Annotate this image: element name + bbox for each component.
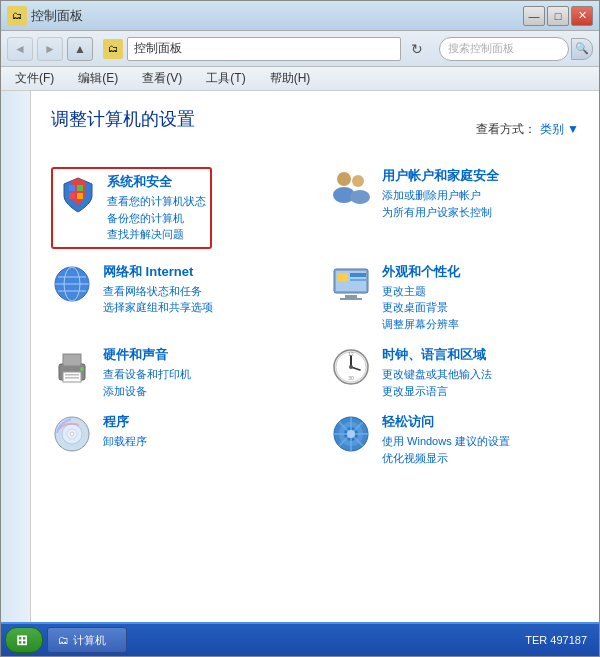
menu-tools[interactable]: 工具(T) xyxy=(202,68,249,89)
search-placeholder-text: 搜索控制面板 xyxy=(448,41,514,56)
svg-point-25 xyxy=(80,367,84,371)
accessibility-title[interactable]: 轻松访问 xyxy=(382,413,579,431)
window-title: 控制面板 xyxy=(31,7,83,25)
maximize-button[interactable]: □ xyxy=(547,6,569,26)
menu-view[interactable]: 查看(V) xyxy=(138,68,186,89)
programs-title[interactable]: 程序 xyxy=(103,413,300,431)
system-security-icon xyxy=(57,173,99,215)
control-panel-window: 🗂 控制面板 — □ ✕ ◄ ► ▲ 🗂 控制面板 ↻ 搜索控制面板 🔍 文件(… xyxy=(0,0,600,657)
accessibility-link-1[interactable]: 优化视频显示 xyxy=(382,450,579,467)
accessibility-icon xyxy=(330,413,372,455)
appearance-link-2[interactable]: 调整屏幕分辨率 xyxy=(382,316,579,333)
user-accounts-title[interactable]: 用户帐户和家庭安全 xyxy=(382,167,579,185)
start-button[interactable]: ⊞ xyxy=(5,627,43,653)
left-panel xyxy=(1,91,31,622)
svg-rect-15 xyxy=(338,273,348,281)
svg-rect-18 xyxy=(345,295,357,298)
network-link-1[interactable]: 选择家庭组和共享选项 xyxy=(103,299,300,316)
accessibility-link-0[interactable]: 使用 Windows 建议的设置 xyxy=(382,433,579,450)
svg-text:12: 12 xyxy=(348,351,354,357)
title-bar: 🗂 控制面板 — □ ✕ xyxy=(1,1,599,31)
hardware-icon xyxy=(51,346,93,388)
view-mode-value[interactable]: 类别 ▼ xyxy=(540,122,579,136)
network-icon xyxy=(51,263,93,305)
svg-rect-21 xyxy=(63,354,81,366)
up-button[interactable]: ▲ xyxy=(67,37,93,61)
appearance-title[interactable]: 外观和个性化 xyxy=(382,263,579,281)
minimize-button[interactable]: — xyxy=(523,6,545,26)
back-button[interactable]: ◄ xyxy=(7,37,33,61)
svg-rect-24 xyxy=(65,377,79,379)
clock-link-0[interactable]: 更改键盘或其他输入法 xyxy=(382,366,579,383)
clock-icon: 30 12 xyxy=(330,346,372,388)
system-security-link-0[interactable]: 查看您的计算机状态 xyxy=(107,193,206,210)
category-appearance: 外观和个性化 更改主题 更改桌面背景 调整屏幕分辨率 xyxy=(330,263,579,333)
user-accounts-text: 用户帐户和家庭安全 添加或删除用户帐户 为所有用户设家长控制 xyxy=(382,167,579,220)
hardware-title[interactable]: 硬件和声音 xyxy=(103,346,300,364)
windows-logo: ⊞ xyxy=(16,632,28,648)
taskbar-folder-icon: 🗂 xyxy=(58,634,69,646)
category-system-security: 系统和安全 查看您的计算机状态 备份您的计算机 查找并解决问题 xyxy=(51,167,300,249)
window-controls: — □ ✕ xyxy=(523,6,593,26)
category-network: 网络和 Internet 查看网络状态和任务 选择家庭组和共享选项 xyxy=(51,263,300,333)
svg-rect-16 xyxy=(350,273,366,277)
clock-text: 时钟、语言和区域 更改键盘或其他输入法 更改显示语言 xyxy=(382,346,579,399)
svg-rect-2 xyxy=(69,193,75,199)
network-title[interactable]: 网络和 Internet xyxy=(103,263,300,281)
hardware-link-0[interactable]: 查看设备和打印机 xyxy=(103,366,300,383)
appearance-text: 外观和个性化 更改主题 更改桌面背景 调整屏幕分辨率 xyxy=(382,263,579,333)
svg-point-7 xyxy=(350,190,370,204)
category-hardware: 硬件和声音 查看设备和打印机 添加设备 xyxy=(51,346,300,399)
system-security-link-2[interactable]: 查找并解决问题 xyxy=(107,226,206,243)
svg-text:30: 30 xyxy=(348,375,354,381)
svg-point-6 xyxy=(352,175,364,187)
close-button[interactable]: ✕ xyxy=(571,6,593,26)
refresh-button[interactable]: ↻ xyxy=(405,37,429,61)
clock-time: TER 497187 xyxy=(525,634,587,646)
address-folder-icon: 🗂 xyxy=(103,39,123,59)
svg-point-44 xyxy=(347,430,355,438)
menu-edit[interactable]: 编辑(E) xyxy=(74,68,122,89)
address-box[interactable]: 控制面板 xyxy=(127,37,401,61)
svg-rect-23 xyxy=(65,374,79,376)
svg-rect-0 xyxy=(69,185,75,191)
svg-rect-3 xyxy=(77,193,83,199)
appearance-link-1[interactable]: 更改桌面背景 xyxy=(382,299,579,316)
taskbar-window-label: 计算机 xyxy=(73,633,106,648)
programs-text: 程序 卸载程序 xyxy=(103,413,300,450)
view-mode-label: 查看方式： xyxy=(476,122,536,136)
programs-link-0[interactable]: 卸载程序 xyxy=(103,433,300,450)
svg-point-36 xyxy=(70,432,74,436)
svg-point-4 xyxy=(337,172,351,186)
svg-rect-17 xyxy=(350,279,366,281)
menu-bar: 文件(F) 编辑(E) 查看(V) 工具(T) 帮助(H) xyxy=(1,67,599,91)
network-text: 网络和 Internet 查看网络状态和任务 选择家庭组和共享选项 xyxy=(103,263,300,316)
address-text: 控制面板 xyxy=(134,40,182,57)
title-icon: 🗂 xyxy=(7,6,27,26)
content-area: 调整计算机的设置 查看方式： 类别 ▼ xyxy=(1,91,599,622)
svg-rect-1 xyxy=(77,185,83,191)
menu-help[interactable]: 帮助(H) xyxy=(266,68,315,89)
menu-file[interactable]: 文件(F) xyxy=(11,68,58,89)
search-bar[interactable]: 搜索控制面板 xyxy=(439,37,569,61)
system-security-link-1[interactable]: 备份您的计算机 xyxy=(107,210,206,227)
navigation-bar: ◄ ► ▲ 🗂 控制面板 ↻ 搜索控制面板 🔍 xyxy=(1,31,599,67)
clock-link-1[interactable]: 更改显示语言 xyxy=(382,383,579,400)
clock-title[interactable]: 时钟、语言和区域 xyxy=(382,346,579,364)
system-security-title[interactable]: 系统和安全 xyxy=(107,173,206,191)
hardware-link-1[interactable]: 添加设备 xyxy=(103,383,300,400)
network-link-0[interactable]: 查看网络状态和任务 xyxy=(103,283,300,300)
category-programs: 程序 卸载程序 xyxy=(51,413,300,466)
taskbar: ⊞ 🗂 计算机 TER 497187 xyxy=(1,622,599,656)
categories-grid: 系统和安全 查看您的计算机状态 备份您的计算机 查找并解决问题 xyxy=(51,167,579,466)
taskbar-window-button[interactable]: 🗂 计算机 xyxy=(47,627,127,653)
user-accounts-link-1[interactable]: 为所有用户设家长控制 xyxy=(382,204,579,221)
user-accounts-icon xyxy=(330,167,372,209)
search-button[interactable]: 🔍 xyxy=(571,38,593,60)
appearance-link-0[interactable]: 更改主题 xyxy=(382,283,579,300)
forward-button[interactable]: ► xyxy=(37,37,63,61)
taskbar-clock: TER 497187 xyxy=(517,634,595,646)
system-security-text: 系统和安全 查看您的计算机状态 备份您的计算机 查找并解决问题 xyxy=(107,173,206,243)
svg-point-30 xyxy=(349,365,353,369)
user-accounts-link-0[interactable]: 添加或删除用户帐户 xyxy=(382,187,579,204)
